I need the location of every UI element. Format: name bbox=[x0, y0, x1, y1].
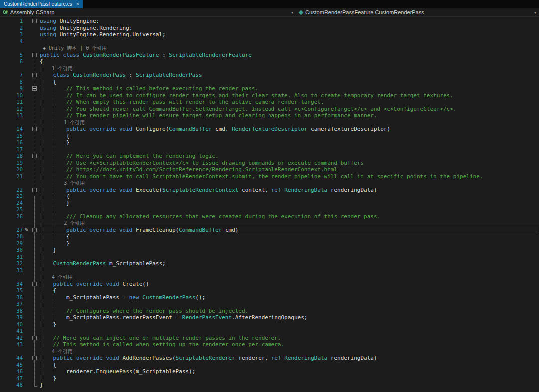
breakpoint-margin[interactable] bbox=[0, 173, 6, 180]
type-dropdown[interactable]: CustomRenderPassFeature.CustomRenderPass… bbox=[296, 8, 539, 16]
code-line[interactable]: 18 // Here you can implement the renderi… bbox=[0, 153, 539, 160]
code-line[interactable]: 13 // The render pipeline will ensure ta… bbox=[0, 112, 539, 119]
breakpoint-margin[interactable] bbox=[0, 220, 6, 227]
fold-toggle-icon[interactable] bbox=[32, 127, 37, 131]
tab-close-icon[interactable]: × bbox=[76, 2, 79, 7]
document-tab[interactable]: CustomRenderPassFeature.cs × bbox=[0, 0, 83, 8]
code-line[interactable]: 47 } bbox=[0, 375, 539, 382]
code-line[interactable]: 3 个引用 bbox=[0, 180, 539, 187]
code-line[interactable]: 45 { bbox=[0, 362, 539, 369]
code-line[interactable]: 38 // Configures where the render pass s… bbox=[0, 308, 539, 315]
code-line[interactable]: 19 // Use <c>ScriptableRenderContext</c>… bbox=[0, 160, 539, 167]
fold-toggle-icon[interactable] bbox=[32, 336, 37, 340]
breakpoint-margin[interactable] bbox=[0, 308, 6, 315]
code-line[interactable]: 34 public override void Create() bbox=[0, 281, 539, 288]
code-line[interactable]: 4 bbox=[0, 38, 539, 45]
code-line[interactable]: 42 // Here you can inject one or multipl… bbox=[0, 335, 539, 342]
code-line[interactable]: 9 // This method is called before execut… bbox=[0, 85, 539, 92]
breakpoint-margin[interactable] bbox=[0, 119, 6, 126]
code-line[interactable]: 3using UnityEngine.Rendering.Universal; bbox=[0, 31, 539, 38]
code-line[interactable]: 33 bbox=[0, 267, 539, 274]
code-line[interactable]: 10 // It can be used to configure render… bbox=[0, 92, 539, 99]
breakpoint-margin[interactable] bbox=[0, 382, 6, 389]
breakpoint-margin[interactable] bbox=[0, 294, 6, 301]
code-line[interactable]: 24 } bbox=[0, 200, 539, 207]
breakpoint-margin[interactable] bbox=[0, 146, 6, 153]
fold-toggle-icon[interactable] bbox=[32, 53, 37, 57]
code-line[interactable]: 28 { bbox=[0, 233, 539, 240]
fold-toggle-icon[interactable] bbox=[32, 154, 37, 158]
breakpoint-margin[interactable] bbox=[0, 362, 6, 369]
code-line[interactable]: 26 /// Cleanup any allocated resources t… bbox=[0, 213, 539, 220]
code-editor[interactable]: 1using UnityEngine;2using UnityEngine.Re… bbox=[0, 17, 539, 392]
code-line[interactable]: 16 } bbox=[0, 139, 539, 146]
code-line[interactable]: 20 // https://docs.unity3d.com/ScriptRef… bbox=[0, 166, 539, 173]
code-line[interactable]: 23 { bbox=[0, 193, 539, 200]
code-line[interactable]: 17 bbox=[0, 146, 539, 153]
code-line[interactable]: 8 { bbox=[0, 79, 539, 86]
project-dropdown[interactable]: C# Assembly-CSharp ▾ bbox=[0, 8, 296, 16]
breakpoint-margin[interactable] bbox=[0, 301, 6, 308]
breakpoint-margin[interactable] bbox=[0, 153, 6, 160]
code-line[interactable]: 15 { bbox=[0, 133, 539, 140]
breakpoint-margin[interactable] bbox=[0, 106, 6, 113]
breakpoint-margin[interactable] bbox=[0, 348, 6, 355]
breakpoint-margin[interactable] bbox=[0, 281, 6, 288]
code-line[interactable]: 31 bbox=[0, 254, 539, 261]
chevron-down-icon[interactable]: ▾ bbox=[534, 10, 536, 15]
breakpoint-margin[interactable] bbox=[0, 314, 6, 321]
code-line[interactable]: 5public class CustomRenderPassFeature : … bbox=[0, 52, 539, 59]
breakpoint-margin[interactable] bbox=[0, 38, 6, 45]
breakpoint-margin[interactable] bbox=[0, 139, 6, 146]
code-line[interactable]: 41 bbox=[0, 328, 539, 335]
breakpoint-margin[interactable] bbox=[0, 180, 6, 187]
breakpoint-margin[interactable] bbox=[0, 240, 6, 247]
breakpoint-margin[interactable] bbox=[0, 274, 6, 281]
breakpoint-margin[interactable] bbox=[0, 99, 6, 106]
fold-toggle-icon[interactable] bbox=[32, 188, 37, 192]
breakpoint-margin[interactable] bbox=[0, 254, 6, 261]
code-line[interactable]: 44 public override void AddRenderPasses(… bbox=[0, 355, 539, 362]
breakpoint-margin[interactable] bbox=[0, 193, 6, 200]
breakpoint-margin[interactable] bbox=[0, 328, 6, 335]
code-line[interactable]: 21 // You don't have to call ScriptableR… bbox=[0, 173, 539, 180]
breakpoint-margin[interactable] bbox=[0, 45, 6, 52]
breakpoint-margin[interactable] bbox=[0, 92, 6, 99]
code-line[interactable]: 22 public override void Execute(Scriptab… bbox=[0, 187, 539, 194]
breakpoint-margin[interactable] bbox=[0, 52, 6, 59]
code-line[interactable]: 36 m_ScriptablePass = new CustomRenderPa… bbox=[0, 294, 539, 301]
code-line[interactable]: ◈ Unity 脚本 | 0 个引用 bbox=[0, 45, 539, 52]
code-line[interactable]: 4 个引用 bbox=[0, 348, 539, 355]
code-line[interactable]: 40 } bbox=[0, 321, 539, 328]
fold-toggle-icon[interactable] bbox=[32, 19, 37, 23]
breakpoint-margin[interactable] bbox=[0, 260, 6, 267]
code-line[interactable]: 39 m_ScriptablePass.renderPassEvent = Re… bbox=[0, 314, 539, 321]
code-line[interactable]: 2 个引用 bbox=[0, 220, 539, 227]
code-line[interactable]: 32 CustomRenderPass m_ScriptablePass; bbox=[0, 260, 539, 267]
breakpoint-margin[interactable] bbox=[0, 65, 6, 72]
breakpoint-margin[interactable] bbox=[0, 166, 6, 173]
code-line[interactable]: 1 个引用 bbox=[0, 119, 539, 126]
code-line[interactable]: 4 个引用 bbox=[0, 274, 539, 281]
code-line[interactable]: 25 bbox=[0, 206, 539, 213]
breakpoint-margin[interactable] bbox=[0, 321, 6, 328]
breakpoint-margin[interactable] bbox=[0, 335, 6, 342]
code-line[interactable]: 46 renderer.EnqueuePass(m_ScriptablePass… bbox=[0, 368, 539, 375]
breakpoint-margin[interactable] bbox=[0, 368, 6, 375]
breakpoint-margin[interactable] bbox=[0, 58, 6, 65]
breakpoint-margin[interactable] bbox=[0, 112, 6, 119]
breakpoint-margin[interactable] bbox=[0, 206, 6, 213]
breakpoint-margin[interactable] bbox=[0, 287, 6, 294]
breakpoint-margin[interactable] bbox=[0, 375, 6, 382]
breakpoint-margin[interactable] bbox=[0, 160, 6, 167]
breakpoint-margin[interactable] bbox=[0, 227, 6, 234]
breakpoint-margin[interactable] bbox=[0, 79, 6, 86]
breakpoint-margin[interactable] bbox=[0, 187, 6, 194]
chevron-down-icon[interactable]: ▾ bbox=[291, 10, 293, 15]
breakpoint-margin[interactable] bbox=[0, 72, 6, 79]
breakpoint-margin[interactable] bbox=[0, 213, 6, 220]
breakpoint-margin[interactable] bbox=[0, 341, 6, 348]
fold-toggle-icon[interactable] bbox=[32, 86, 37, 91]
breakpoint-margin[interactable] bbox=[0, 18, 6, 25]
breakpoint-margin[interactable] bbox=[0, 233, 6, 240]
